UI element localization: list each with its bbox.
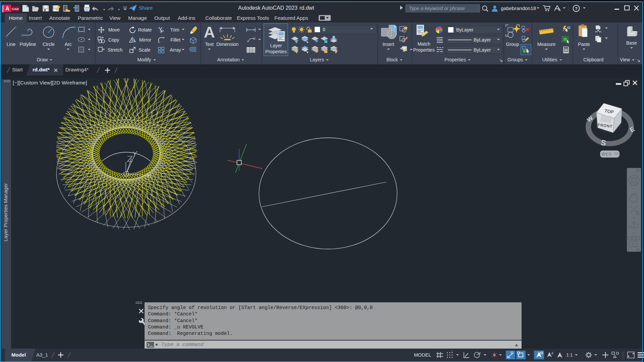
svg-text:S: S (600, 138, 607, 147)
svg-text:WCS: WCS (602, 152, 612, 157)
svg-text:?: ? (575, 6, 578, 11)
svg-text:CAD: CAD (12, 7, 19, 11)
svg-text:A: A (5, 6, 9, 11)
